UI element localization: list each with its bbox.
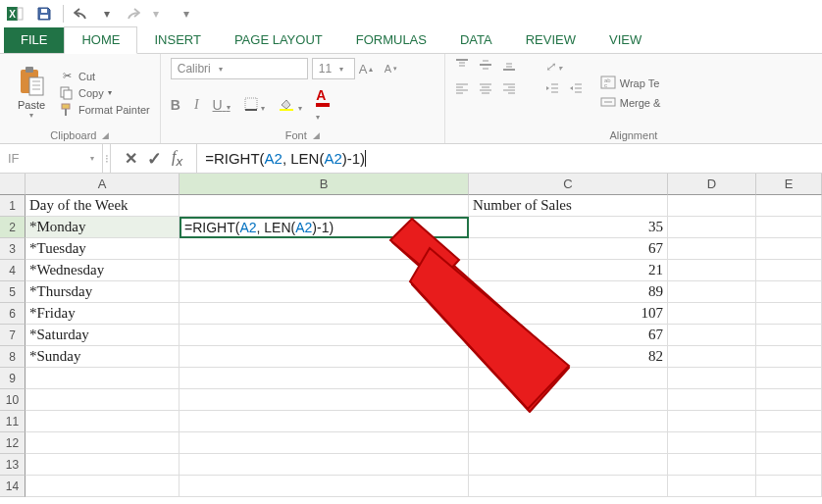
cell[interactable] — [469, 454, 668, 476]
customize-qat-icon[interactable]: ▾ — [176, 3, 197, 25]
cell[interactable] — [668, 368, 756, 389]
cell[interactable]: *Friday — [26, 303, 180, 325]
cell[interactable] — [26, 432, 180, 454]
row-header[interactable]: 7 — [0, 325, 26, 346]
decrease-indent-icon[interactable] — [545, 82, 559, 97]
cell[interactable]: 107 — [469, 303, 668, 325]
cell[interactable] — [756, 411, 822, 432]
cell[interactable]: *Tuesday — [26, 238, 180, 260]
row-header[interactable]: 5 — [0, 281, 26, 303]
align-right-icon[interactable] — [502, 82, 516, 97]
cell[interactable] — [668, 432, 756, 454]
col-header-e[interactable]: E — [756, 174, 822, 195]
cell[interactable]: 82 — [469, 346, 668, 368]
align-left-icon[interactable] — [455, 82, 469, 97]
cell[interactable] — [180, 303, 469, 325]
insert-function-icon[interactable]: fx — [172, 148, 182, 169]
cell[interactable]: *Saturday — [26, 325, 180, 346]
increase-font-icon[interactable]: A▴ — [359, 62, 375, 76]
cell[interactable] — [469, 411, 668, 432]
cell[interactable] — [668, 411, 756, 432]
row-header[interactable]: 8 — [0, 346, 26, 368]
cell[interactable] — [469, 389, 668, 411]
cell[interactable] — [180, 389, 469, 411]
cell[interactable] — [180, 325, 469, 346]
cell[interactable]: 89 — [469, 281, 668, 303]
cell[interactable] — [26, 389, 180, 411]
cell[interactable] — [668, 303, 756, 325]
cell[interactable] — [756, 217, 822, 238]
enter-formula-icon[interactable]: ✓ — [147, 148, 162, 170]
cell[interactable] — [180, 411, 469, 432]
fill-color-button[interactable]: ▾ — [279, 97, 302, 114]
tab-formulas[interactable]: FORMULAS — [339, 27, 443, 53]
col-header-c[interactable]: C — [469, 174, 668, 195]
cell[interactable] — [469, 476, 668, 497]
cell[interactable] — [180, 432, 469, 454]
cell[interactable] — [668, 238, 756, 260]
cell[interactable] — [756, 389, 822, 411]
cell[interactable] — [180, 454, 469, 476]
spreadsheet-grid[interactable]: A B C D E 1 Day of the Week Number of Sa… — [0, 174, 822, 497]
cell[interactable] — [756, 454, 822, 476]
select-all-corner[interactable] — [0, 174, 26, 195]
save-icon[interactable] — [33, 3, 55, 25]
cell[interactable]: 67 — [469, 325, 668, 346]
redo-icon[interactable] — [121, 3, 142, 25]
cell[interactable] — [180, 260, 469, 281]
row-header[interactable]: 12 — [0, 432, 26, 454]
align-bottom-icon[interactable] — [502, 58, 516, 75]
bold-button[interactable]: B — [171, 97, 180, 113]
cell[interactable]: *Sunday — [26, 346, 180, 368]
cell[interactable]: 21 — [469, 260, 668, 281]
italic-button[interactable]: I — [194, 97, 199, 113]
col-header-a[interactable]: A — [26, 174, 180, 195]
cell[interactable] — [668, 346, 756, 368]
col-header-b[interactable]: B — [180, 174, 469, 195]
font-size-combo[interactable]: 11 ▾ — [312, 58, 355, 79]
cell[interactable]: 35 — [469, 217, 668, 238]
cell[interactable] — [180, 238, 469, 260]
orientation-icon[interactable]: ⤢ ▾ — [545, 60, 562, 74]
tab-home[interactable]: HOME — [64, 26, 137, 54]
align-center-icon[interactable] — [479, 82, 492, 97]
cell[interactable] — [668, 195, 756, 217]
increase-indent-icon[interactable] — [569, 82, 583, 97]
cell[interactable] — [668, 389, 756, 411]
cell[interactable] — [756, 281, 822, 303]
cell[interactable] — [668, 260, 756, 281]
format-painter-button[interactable]: Format Painter — [59, 103, 150, 117]
cell[interactable]: 67 — [469, 238, 668, 260]
cell[interactable] — [668, 325, 756, 346]
underline-button[interactable]: U ▾ — [213, 97, 231, 113]
cell[interactable] — [756, 260, 822, 281]
font-name-combo[interactable]: Calibri ▾ — [171, 58, 308, 79]
cell[interactable] — [469, 432, 668, 454]
copy-button[interactable]: Copy ▾ — [59, 86, 150, 100]
col-header-d[interactable]: D — [668, 174, 756, 195]
cell[interactable] — [180, 281, 469, 303]
align-middle-icon[interactable] — [479, 58, 492, 75]
tab-file[interactable]: FILE — [4, 27, 64, 53]
name-box-resize[interactable]: ⁝ — [103, 144, 111, 173]
row-header[interactable]: 9 — [0, 368, 26, 389]
border-button[interactable]: ▾ — [244, 97, 266, 114]
cell[interactable]: Number of Sales — [469, 195, 668, 217]
cell[interactable] — [756, 195, 822, 217]
formula-input[interactable]: =RIGHT(A2, LEN(A2)-1) — [197, 144, 822, 173]
cell[interactable] — [756, 325, 822, 346]
merge-center-button[interactable]: Merge & — [600, 95, 661, 111]
cell[interactable] — [756, 368, 822, 389]
row-header[interactable]: 1 — [0, 195, 26, 217]
row-header[interactable]: 14 — [0, 476, 26, 497]
tab-data[interactable]: DATA — [443, 27, 509, 53]
cell[interactable] — [756, 432, 822, 454]
cell[interactable] — [668, 476, 756, 497]
cell[interactable] — [756, 346, 822, 368]
paste-dropdown-icon[interactable]: ▾ — [29, 111, 33, 120]
cell[interactable]: Day of the Week — [26, 195, 180, 217]
cancel-formula-icon[interactable]: ✕ — [125, 149, 137, 168]
font-launcher-icon[interactable]: ◢ — [313, 130, 320, 140]
cell[interactable] — [756, 476, 822, 497]
row-header[interactable]: 2 — [0, 217, 26, 238]
